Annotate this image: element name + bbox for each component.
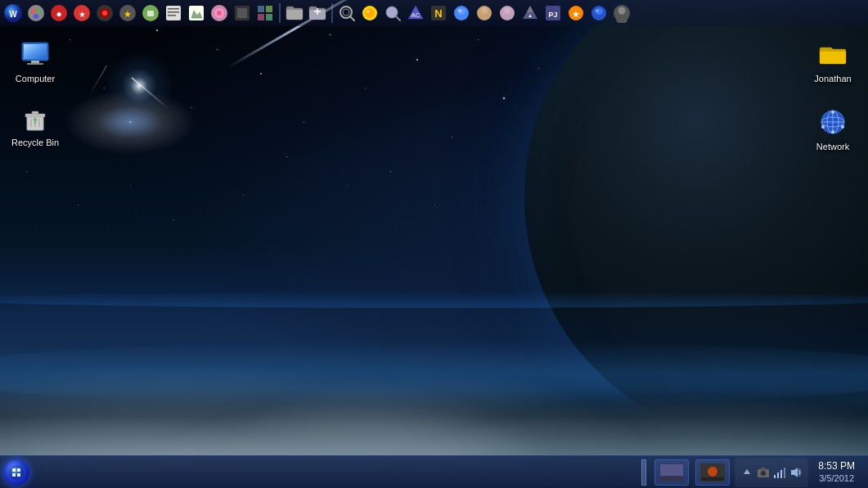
sunburst (98, 45, 180, 127)
svg-point-24 (217, 11, 222, 16)
svg-rect-51 (504, 14, 510, 19)
show-desktop-button[interactable] (641, 459, 646, 486)
taskbar-thumbnail-2[interactable] (695, 459, 730, 486)
toolbar-icon-7[interactable] (139, 2, 162, 25)
svg-text:PJ: PJ (548, 11, 557, 19)
toolbar-icon-n[interactable]: N (427, 2, 450, 25)
svg-rect-17 (166, 6, 181, 20)
svg-rect-69 (27, 63, 43, 65)
svg-point-32 (343, 9, 349, 16)
svg-point-3 (31, 9, 36, 14)
svg-rect-68 (31, 61, 39, 63)
svg-point-95 (708, 467, 717, 477)
svg-point-61 (596, 10, 599, 11)
svg-point-83 (831, 130, 834, 133)
toolbar-sonic-1[interactable] (450, 2, 473, 25)
toolbar-icon-6[interactable]: ★ (116, 2, 139, 25)
toolbar-icon-3[interactable]: ● (47, 2, 70, 25)
toolbar-separator-2 (331, 3, 333, 23)
svg-rect-29 (258, 14, 264, 20)
desktop: W ● ★ (0, 0, 868, 488)
toolbar-character-1[interactable] (473, 2, 496, 25)
svg-point-4 (36, 9, 41, 14)
svg-point-47 (481, 7, 488, 14)
svg-rect-103 (774, 475, 776, 478)
svg-rect-90 (17, 473, 20, 477)
taskbar-middle (33, 456, 641, 488)
svg-rect-16 (147, 11, 154, 16)
computer-icon-image (19, 38, 52, 70)
atmosphere-edge (0, 291, 868, 308)
toolbar-folder-1[interactable] (283, 2, 306, 25)
top-toolbar: W ● ★ (0, 0, 868, 26)
taskbar-thumbnail-1[interactable] (654, 459, 689, 486)
svg-rect-88 (17, 468, 20, 472)
toolbar-mountain[interactable]: ▲ (519, 2, 542, 25)
svg-rect-96 (701, 477, 724, 481)
toolbar-icon-11[interactable] (231, 2, 254, 25)
svg-rect-21 (189, 6, 204, 20)
toolbar-icon-5[interactable] (93, 2, 116, 25)
toolbar-icon-4[interactable]: ★ (70, 2, 93, 25)
toolbar-icon-arcen[interactable]: AC (404, 2, 427, 25)
desktop-icon-network[interactable]: Network (804, 102, 861, 156)
tray-icon-signal[interactable] (772, 465, 787, 480)
toolbar-pj[interactable]: PJ (542, 2, 564, 25)
svg-rect-30 (266, 14, 272, 20)
svg-rect-72 (32, 111, 38, 114)
network-icon-label: Network (816, 142, 849, 152)
toolbar-icon-2[interactable] (25, 2, 47, 25)
svg-point-12 (102, 11, 107, 16)
svg-point-35 (365, 8, 375, 18)
svg-point-101 (762, 472, 764, 474)
svg-point-36 (367, 10, 370, 13)
tray-arrow-up[interactable] (740, 465, 754, 480)
desktop-icon-jonathan[interactable]: Jonathan (804, 34, 861, 88)
svg-point-60 (595, 8, 603, 15)
svg-point-84 (821, 125, 825, 129)
svg-point-45 (458, 10, 461, 12)
toolbar-icon-9[interactable] (185, 2, 208, 25)
svg-rect-27 (258, 6, 264, 12)
toolbar-separator-1 (279, 3, 281, 23)
svg-line-33 (350, 16, 354, 20)
tray-icon-volume[interactable] (789, 465, 803, 480)
svg-point-50 (504, 7, 510, 14)
toolbar-avatar[interactable] (610, 2, 633, 25)
svg-text:W: W (9, 10, 17, 19)
toolbar-icon-winamp[interactable]: W (2, 2, 25, 25)
svg-point-86 (9, 465, 24, 480)
desktop-icon-recycle[interactable]: Recycle Bin (7, 98, 64, 151)
toolbar-star[interactable]: ★ (564, 2, 587, 25)
toolbar-icon-search2[interactable] (381, 2, 404, 25)
svg-text:▲: ▲ (528, 13, 533, 18)
svg-rect-48 (481, 14, 488, 19)
toolbar-icon-gem[interactable] (358, 2, 381, 25)
clock-time: 8:53 PM (818, 460, 855, 473)
toolbar-character-2[interactable] (496, 2, 519, 25)
start-button[interactable] (0, 456, 33, 489)
toolbar-icon-10[interactable] (208, 2, 231, 25)
desktop-icon-computer[interactable]: Computer (7, 34, 64, 88)
svg-rect-87 (12, 468, 16, 472)
svg-point-44 (457, 8, 465, 15)
svg-text:●: ● (56, 8, 61, 20)
clock-area[interactable]: 8:53 PM 3/5/2012 (812, 458, 861, 487)
recycle-icon-label: Recycle Bin (11, 138, 59, 148)
tray-icon-camera[interactable] (756, 465, 771, 480)
toolbar-folder-2[interactable] (306, 2, 329, 25)
taskbar-right: 8:53 PM 3/5/2012 (641, 456, 868, 488)
svg-text:★: ★ (572, 9, 580, 19)
toolbar-icon-8[interactable] (162, 2, 185, 25)
clock-date: 3/5/2012 (819, 472, 854, 484)
svg-line-38 (396, 16, 400, 20)
svg-rect-93 (660, 477, 683, 481)
toolbar-icon-12[interactable] (254, 2, 277, 25)
toolbar-search[interactable] (335, 2, 358, 25)
toolbar-sonic-2[interactable] (587, 2, 610, 25)
computer-icon-label: Computer (16, 74, 55, 84)
svg-rect-104 (777, 472, 779, 478)
svg-point-5 (34, 14, 38, 19)
svg-point-82 (831, 111, 834, 114)
svg-rect-26 (237, 8, 247, 18)
